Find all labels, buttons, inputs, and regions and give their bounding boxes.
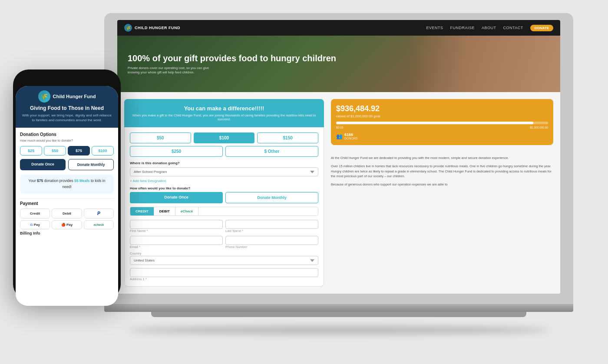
phone-label: Phone Number — [225, 245, 318, 249]
amount-50[interactable]: $50 — [130, 132, 191, 143]
donation-section: You can make a difference!!!!! When you … — [124, 99, 324, 287]
credit-tab[interactable]: CREDIT — [130, 207, 154, 215]
laptop-nav: EVENTS FUNDRAISE ABOUT CONTACT DONATE — [426, 25, 553, 31]
name-row: First Name * Last Name * — [130, 219, 318, 233]
address-input[interactable] — [130, 268, 318, 277]
logo-text: CHILD HUNGER FUND — [135, 26, 180, 30]
email-field: Email * — [130, 235, 223, 249]
laptop-foot — [151, 312, 526, 317]
donors-count: 6166 — [344, 132, 358, 137]
laptop: 🌾 CHILD HUNGER FUND EVENTS FUNDRAISE ABO… — [104, 13, 573, 326]
phone-paypal-label: P — [97, 211, 100, 216]
amount-other[interactable]: $ Other — [225, 146, 318, 157]
last-name-field: Last Name * — [225, 219, 318, 233]
progress-bar-container — [336, 122, 548, 124]
add-designation-link[interactable]: + Add New Designation — [130, 179, 318, 183]
phone-amount-100[interactable]: $100 — [92, 146, 114, 156]
donation-header: You can make a difference!!!!! When you … — [124, 99, 324, 127]
payment-tabs: CREDIT DEBIT eCheck — [130, 207, 318, 216]
amount-150[interactable]: $150 — [257, 132, 318, 143]
donation-header-title: You can make a difference!!!!! — [131, 105, 317, 112]
phone-billing-title: Billing Info — [20, 231, 114, 235]
phone-body: Donation Options How much would you like… — [16, 128, 118, 306]
donate-once-button[interactable]: Donate Once — [130, 192, 223, 203]
debit-tab[interactable]: DEBIT — [154, 207, 175, 215]
first-name-field: First Name * — [130, 219, 223, 233]
nav-fundraise[interactable]: FUNDRAISE — [450, 26, 475, 30]
info-paragraph-2: Over 15 million children live in homes t… — [331, 164, 553, 179]
donation-body: $50 $100 $150 $250 $ Other Where is this… — [124, 127, 324, 287]
nav-about[interactable]: ABOUT — [482, 26, 496, 30]
laptop-base — [104, 304, 573, 312]
nav-donate-button[interactable]: DONATE — [530, 25, 553, 31]
phone-tagline: Giving Food to Those in Need — [21, 105, 113, 111]
first-name-label: First Name * — [130, 229, 223, 233]
amount-grid-2: $250 $ Other — [130, 146, 318, 157]
laptop-navbar: 🌾 CHILD HUNGER FUND EVENTS FUNDRAISE ABO… — [117, 20, 560, 36]
nav-contact[interactable]: CONTACT — [503, 26, 523, 30]
phone-impact: Your $75 donation provides 55 Meals to k… — [20, 175, 114, 193]
progress-left: $0.00 — [336, 126, 343, 129]
phone-donate-monthly[interactable]: Donate Monthly — [68, 159, 114, 170]
last-name-input[interactable] — [225, 220, 318, 229]
phone-logo-row: 🌾 Child Hunger Fund — [21, 90, 113, 103]
phone-debit-btn[interactable]: Debit — [52, 208, 82, 218]
phone-debit-label: Debit — [63, 212, 71, 215]
phone-logo-icon: 🌾 — [38, 90, 50, 103]
phone-echeck-btn[interactable]: echeck — [84, 220, 114, 229]
progress-right: $1,000,000.00 — [530, 126, 548, 129]
hero-text: 100% of your gift provides food to hungr… — [128, 53, 550, 75]
phone-payment-title: Payment — [20, 201, 114, 206]
phone-paypal-btn[interactable]: P — [84, 208, 114, 218]
info-paragraph-1: At the Child Hunger Fund we are dedicate… — [331, 156, 553, 160]
country-select[interactable]: United States — [130, 256, 318, 265]
raised-amount: $936,484.92 — [336, 104, 548, 113]
phone-org-name: Child Hunger Fund — [53, 94, 96, 99]
country-label: Country — [130, 251, 318, 255]
phone-screen: 🌾 Child Hunger Fund Giving Food to Those… — [16, 86, 118, 306]
phone-amounts: $25 $50 $75 $100 — [20, 146, 114, 156]
address-field: Address 1 * — [130, 268, 318, 281]
phone-donation-title: Donation Options — [20, 132, 114, 137]
donate-monthly-button[interactable]: Donate Monthly — [225, 192, 318, 203]
laptop-screen: 🌾 CHILD HUNGER FUND EVENTS FUNDRAISE ABO… — [117, 20, 560, 294]
amount-250[interactable]: $250 — [130, 146, 223, 157]
phone-impact-meals: 55 Meals — [74, 179, 89, 183]
donors-row: 👥 6166 DONORS — [336, 132, 548, 140]
amount-100[interactable]: $100 — [194, 132, 255, 143]
phone-applepay-btn[interactable]: 🍎 Pay — [52, 220, 82, 229]
designation-select[interactable]: After School Program — [130, 167, 318, 176]
scene: 🌾 CHILD HUNGER FUND EVENTS FUNDRAISE ABO… — [0, 0, 608, 364]
phone-impact-amount: $75 — [37, 179, 43, 183]
phone-credit-btn[interactable]: Credit — [20, 208, 50, 218]
hero-title: 100% of your gift provides food to hungr… — [128, 53, 550, 63]
echeck-tab[interactable]: eCheck — [175, 207, 198, 215]
phone-amount-75[interactable]: $75 — [68, 146, 90, 156]
phone-how-much: How much would you like to donate? — [20, 139, 114, 142]
nav-events[interactable]: EVENTS — [426, 26, 443, 30]
logo-icon: 🌾 — [124, 24, 132, 32]
donors-icon: 👥 — [336, 133, 343, 139]
progress-bar-fill — [336, 122, 533, 124]
phone-gpay-btn[interactable]: G Pay — [20, 220, 50, 229]
progress-card: $936,484.92 raised of $1,000,000.00 goal… — [331, 99, 553, 145]
phone-amount-50[interactable]: $50 — [44, 146, 66, 156]
phone-echeck-label: echeck — [93, 223, 104, 226]
email-label: Email * — [130, 245, 223, 249]
first-name-input[interactable] — [130, 220, 223, 229]
frequency-label: How often would you like to donate? — [130, 186, 318, 190]
phone-donate-once[interactable]: Donate Once — [20, 159, 66, 170]
email-input[interactable] — [130, 236, 223, 245]
laptop-main: You can make a difference!!!!! When you … — [117, 92, 560, 294]
frequency-tabs: Donate Once Donate Monthly — [130, 192, 318, 203]
amount-grid: $50 $100 $150 — [130, 132, 318, 143]
phone-notch — [50, 75, 84, 84]
goal-label: raised of $1,000,000.00 goal — [336, 114, 548, 118]
address-label: Address 1 * — [130, 277, 318, 281]
phone-input[interactable] — [225, 236, 318, 245]
info-paragraph-3: Because of generous donors who support o… — [331, 182, 553, 187]
phone-amount-25[interactable]: $25 — [20, 146, 42, 156]
country-field: Country United States — [130, 251, 318, 268]
info-section: At the Child Hunger Fund we are dedicate… — [331, 156, 553, 187]
phone: 🌾 Child Hunger Fund Giving Food to Those… — [13, 69, 121, 300]
